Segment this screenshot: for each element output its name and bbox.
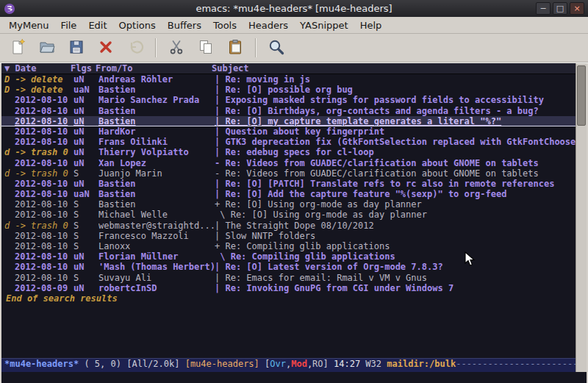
message-row[interactable]: 2012-08-10uNMario Sanchez Prada| Exposin…	[1, 95, 576, 105]
scrollbar[interactable]	[576, 63, 587, 372]
message-row[interactable]: 2012-08-10SBastien+ Re: [O] Using org-mo…	[1, 199, 576, 210]
paste-button[interactable]	[223, 36, 247, 60]
menu-item-edit[interactable]: Edit	[82, 18, 112, 33]
message-flags: S	[74, 168, 98, 179]
column-header-subject[interactable]: Subject	[212, 63, 576, 74]
message-row[interactable]: d -> trash 0Swebmaster@straightd...| The…	[1, 221, 576, 231]
message-date: d -> trash 0	[4, 221, 74, 231]
new-file-button[interactable]	[6, 36, 29, 60]
column-header-flags[interactable]: Flgs	[71, 63, 96, 74]
menu-item-file[interactable]: File	[55, 18, 83, 33]
message-flags: uN	[74, 251, 98, 262]
column-header-date[interactable]: ▼ Date	[1, 63, 71, 74]
scrollbar-thumb[interactable]	[577, 65, 586, 126]
mode-line: *mu4e-headers* ( 5, 0) [All/2.0k] [mu4e-…	[1, 358, 576, 372]
message-subject: | Slow NNTP folders	[215, 231, 576, 241]
copy-button[interactable]	[194, 36, 218, 60]
message-date: 2012-08-10	[4, 126, 74, 137]
window-title: emacs: *mu4e-headers* [mu4e-headers]	[0, 3, 588, 14]
message-row[interactable]: 2012-08-10SLanoxx+ Re: Compiling glib ap…	[1, 241, 576, 251]
message-flags: S	[74, 199, 98, 210]
modeline-segment-ovr: Ovr	[270, 359, 286, 369]
modeline-segment-plain: [	[259, 359, 270, 369]
message-row[interactable]: 2012-08-10SFrancesco Mazzoli| Slow NNTP …	[1, 231, 576, 241]
menu-item-options[interactable]: Options	[113, 18, 162, 33]
message-subject: | Question about key fingerprint	[215, 126, 576, 137]
message-row[interactable]: 2012-08-10uNHardKor| Question about key …	[1, 126, 576, 137]
close-button[interactable]	[94, 36, 118, 60]
close-button[interactable]: ×	[570, 2, 584, 15]
copy-icon	[197, 38, 215, 58]
message-row[interactable]: 2012-08-10uNBastien| Re: [O] my capture …	[1, 116, 576, 126]
save-button[interactable]	[65, 36, 88, 60]
menu-item-help[interactable]: Help	[354, 18, 388, 33]
message-list: D -> deleteuNAndreas Röhler| Re: moving …	[1, 74, 576, 293]
message-date: D -> delete	[4, 85, 74, 95]
message-row[interactable]: 2012-08-10uNBastien| Re: [O] [PATCH] Tra…	[1, 179, 576, 189]
message-row[interactable]: 2012-08-10SSuvayu Ali| Re: Emacs for ema…	[1, 273, 576, 283]
message-row[interactable]: 2012-08-10uN'Mash (Thomas Herbert)| Re: …	[1, 262, 576, 272]
message-row[interactable]: 2012-08-10uNFlorian Müllner \ Re: Compil…	[1, 251, 576, 262]
message-subject: | Re: [O] Birthdays, org-contacts and ag…	[215, 106, 576, 116]
menu-item-yasnippet[interactable]: YASnippet	[294, 18, 354, 33]
modeline-segment-plain: W32	[360, 359, 387, 369]
message-flags: uaN	[74, 189, 98, 199]
message-row[interactable]: 2012-08-10SMichael Welle \ Re: [O] Using…	[1, 210, 576, 220]
message-flags: S	[74, 231, 98, 241]
message-from: robertcInSD	[98, 283, 215, 293]
undo-button[interactable]	[123, 36, 147, 60]
message-date: 2012-08-10	[4, 189, 74, 199]
modeline-segment-maildir: maildir:/bulk	[387, 359, 456, 369]
message-date: 2012-08-10	[4, 262, 74, 272]
message-from: Francesco Mazzoli	[98, 231, 215, 241]
message-date: 2012-08-10	[4, 231, 74, 241]
modeline-segment-time: 14:27	[334, 359, 360, 369]
undo-icon	[126, 38, 144, 58]
close-icon	[97, 38, 115, 58]
message-subject: | Re: edebug specs for cl-loop	[215, 147, 576, 157]
message-from: 'Mash (Thomas Herbert)	[98, 262, 215, 272]
message-subject: - Re: Videos from GUADEC/clarification a…	[215, 168, 576, 179]
message-subject: | Exposing masked strings for password f…	[215, 95, 576, 105]
message-row[interactable]: 2012-08-10uNFrans Oilinki| GTK3 deprecat…	[1, 137, 576, 147]
message-from: Lanoxx	[98, 241, 215, 251]
maximize-button[interactable]: □	[553, 2, 567, 15]
modeline-segment-ro: RO	[312, 359, 323, 369]
cut-button[interactable]	[165, 36, 188, 60]
column-header-from[interactable]: From/To	[96, 63, 212, 74]
menu-item-headers[interactable]: Headers	[243, 18, 294, 33]
message-row[interactable]: 2012-08-09uNrobertcInSD| Re: Invoking Gn…	[1, 283, 576, 293]
main-area: ▼ Date Flgs From/To Subject D -> deleteu…	[0, 62, 588, 372]
search-button[interactable]	[265, 36, 288, 60]
headers-column-bar: ▼ Date Flgs From/To Subject	[1, 63, 576, 74]
message-row[interactable]: 2012-08-10uaNBastien| Re: [O] Add the ca…	[1, 189, 576, 199]
message-flags: S	[74, 241, 98, 251]
message-row[interactable]: 2012-08-10uNBastien| Re: [O] Birthdays, …	[1, 106, 576, 116]
message-row[interactable]: D -> deleteuNAndreas Röhler| Re: moving …	[1, 74, 576, 85]
open-file-icon	[38, 38, 56, 58]
message-subject: | Re: [O] my capture template generates …	[215, 116, 576, 126]
toolbar-separator	[255, 38, 257, 57]
message-row[interactable]: D -> deleteuaNBastien| Re: [O] possible …	[1, 85, 576, 95]
modeline-segment-plain: ]	[323, 359, 334, 369]
message-row[interactable]: 2012-08-10uNXan Lopez- Re: Videos from G…	[1, 158, 576, 168]
message-subject: + Re: Compiling glib applications	[215, 241, 576, 251]
minimize-button[interactable]: −	[536, 2, 551, 15]
title-bar: emacs: *mu4e-headers* [mu4e-headers] − □…	[0, 0, 588, 17]
menu-item-mymenu[interactable]: MyMenu	[3, 18, 55, 33]
message-date: 2012-08-09	[4, 283, 74, 293]
message-date: 2012-08-10	[4, 251, 74, 262]
message-row[interactable]: d -> trash 0uNThierry Volpiatto| Re: ede…	[1, 147, 576, 157]
message-date: 2012-08-10	[4, 95, 74, 105]
message-from: Bastien	[98, 85, 215, 95]
message-subject: | Re: [O] Latest version of Org-mode 7.8…	[215, 262, 576, 272]
message-subject: + Re: [O] Using org-mode as day planner	[215, 199, 576, 210]
message-subject: | Re: Invoking GnuPG from CGI under Wind…	[215, 283, 576, 293]
menu-item-tools[interactable]: Tools	[207, 18, 243, 33]
message-date: d -> trash 0	[4, 168, 74, 179]
new-file-icon	[9, 38, 26, 58]
menu-item-buffers[interactable]: Buffers	[162, 18, 207, 33]
message-from: Bastien	[98, 116, 215, 126]
open-file-button[interactable]	[35, 36, 59, 60]
message-row[interactable]: d -> trash 0SJuanjo Marin- Re: Videos fr…	[1, 168, 576, 179]
